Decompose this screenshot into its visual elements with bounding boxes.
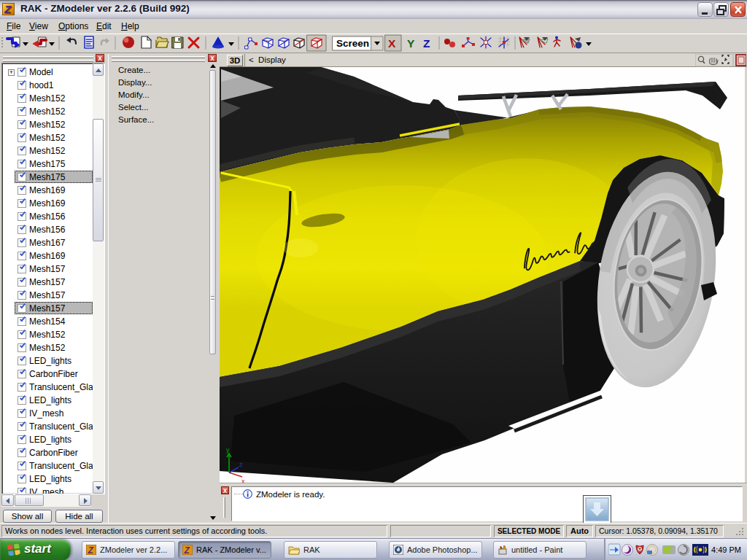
svg-text:Z: Z	[88, 545, 94, 556]
svg-text:Y: Y	[407, 37, 415, 50]
svg-text:x: x	[241, 478, 245, 483]
svg-text:Z: Z	[184, 545, 190, 556]
svg-text:y: y	[226, 446, 230, 454]
svg-text:X: X	[388, 37, 396, 50]
svg-text:Screen: Screen	[336, 38, 369, 49]
svg-text:Z: Z	[423, 37, 430, 50]
svg-text:z: z	[239, 461, 243, 468]
